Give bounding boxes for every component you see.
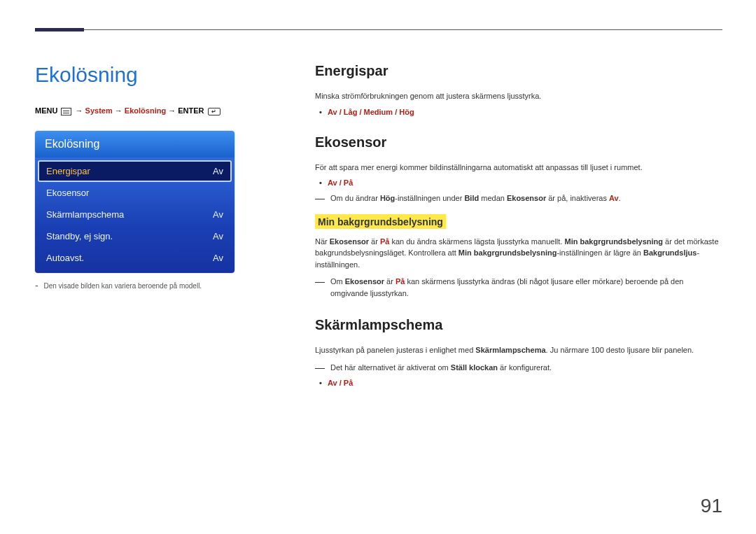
menu-item-value: Av	[213, 253, 223, 263]
breadcrumb: MENU → System → Ekolösning → ENTER	[35, 106, 287, 115]
t: På	[396, 277, 405, 286]
t: Skärmlampschema	[475, 346, 545, 354]
t: Ekosensor	[345, 277, 384, 286]
page-top-rule	[35, 29, 722, 30]
page-top-rule-accent	[35, 28, 84, 31]
note-min-bakgrundsbelysning: Om Ekosensor är På kan skärmens ljusstyr…	[315, 276, 722, 299]
menu-item-value: Av	[213, 231, 223, 241]
t: -inställningen är lägre än	[556, 248, 643, 257]
t: är	[369, 237, 380, 246]
t: Ställ klockan	[451, 363, 498, 372]
section-skarmlampschema: Skärmlampschema Ljusstyrkan på panelen j…	[315, 317, 722, 387]
menu-item-label: Autoavst.	[46, 253, 84, 263]
body-min-bakgrundsbelysning: När Ekosensor är På kan du ändra skärmen…	[315, 236, 722, 271]
right-column: Energispar Minska strömförbrukningen gen…	[287, 63, 722, 405]
menu-item-ekosensor[interactable]: Ekosensor	[38, 182, 232, 204]
main-content: Ekolösning MENU → System → Ekolösning → …	[35, 63, 722, 405]
menu-item-skarmlampschema[interactable]: Skärmlampschema Av	[38, 204, 232, 225]
menu-panel-body: Energispar Av Ekosensor Skärmlampschema …	[35, 157, 234, 273]
note-ekosensor-1: Om du ändrar Hög-inställningen under Bil…	[315, 192, 722, 204]
menu-item-value: Av	[213, 209, 223, 220]
t: Om du ändrar	[330, 194, 380, 202]
options-skarmlampschema: Av / På	[328, 379, 722, 387]
dash-bullet: -	[35, 280, 38, 291]
body-ekosensor: För att spara mer energi kommer bildinst…	[315, 162, 722, 174]
breadcrumb-menu-label: MENU	[35, 106, 57, 115]
t: Ekosensor	[507, 194, 546, 202]
note-skarmlampschema: Det här alternativet är aktiverat om Stä…	[315, 362, 722, 374]
breadcrumb-ekolosning: Ekolösning	[125, 106, 166, 115]
breadcrumb-arrow: →	[76, 106, 85, 115]
t: Det här alternativet är aktiverat om	[330, 363, 451, 372]
menu-item-label: Skärmlampschema	[46, 209, 124, 220]
menu-item-value: Av	[213, 166, 223, 176]
menu-item-label: Energispar	[46, 166, 90, 176]
section-energispar: Energispar Minska strömförbrukningen gen…	[315, 63, 722, 116]
section-ekosensor: Ekosensor För att spara mer energi komme…	[315, 134, 722, 300]
subheading-min-bakgrundsbelysning: Min bakgrgrundsbelysning	[315, 214, 446, 229]
t: är på, inaktiveras	[546, 194, 609, 202]
t: Hög	[380, 194, 395, 202]
t: Ljusstyrkan på panelen justeras i enligh…	[315, 346, 475, 354]
t: medan	[479, 194, 507, 202]
page-title: Ekolösning	[35, 63, 287, 87]
heading-energispar: Energispar	[315, 63, 722, 79]
t: På	[380, 237, 389, 246]
menu-item-autoavst[interactable]: Autoavst. Av	[38, 247, 232, 269]
left-column: Ekolösning MENU → System → Ekolösning → …	[35, 63, 287, 405]
page-number: 91	[701, 495, 722, 517]
menu-panel: Ekolösning Energispar Av Ekosensor Skärm…	[35, 131, 234, 273]
menu-item-label: Standby, ej sign.	[46, 231, 113, 241]
breadcrumb-arrow: →	[115, 106, 125, 115]
menu-item-label: Ekosensor	[46, 188, 89, 198]
t: Min bakgrgrundsbelysning	[458, 248, 557, 257]
menu-item-energispar[interactable]: Energispar Av	[38, 160, 232, 182]
t: .	[619, 194, 621, 202]
t: -inställningen under	[395, 194, 464, 202]
menu-item-standby[interactable]: Standby, ej sign. Av	[38, 225, 232, 247]
t: Bakgrundsljus	[643, 248, 696, 257]
t: Bild	[464, 194, 479, 202]
t: Min bakgrgrundsbelysning	[564, 237, 663, 246]
body-skarmlampschema: Ljusstyrkan på panelen justeras i enligh…	[315, 344, 722, 356]
heading-ekosensor: Ekosensor	[315, 134, 722, 150]
breadcrumb-enter-label: ENTER	[178, 106, 204, 115]
body-energispar: Minska strömförbrukningen genom att just…	[315, 90, 722, 102]
t: är	[384, 277, 396, 286]
t: Ekosensor	[330, 237, 369, 246]
t: När	[315, 237, 330, 246]
heading-skarmlampschema: Skärmlampschema	[315, 317, 722, 333]
breadcrumb-system: System	[85, 106, 113, 115]
left-footnote: - Den visade bilden kan variera beroende…	[35, 280, 287, 291]
t: Av	[609, 194, 619, 202]
options-energispar: Av / Låg / Medium / Hög	[328, 108, 722, 116]
t: . Ju närmare 100 desto ljusare blir pane…	[546, 346, 694, 354]
menu-panel-header: Ekolösning	[35, 131, 234, 157]
options-ekosensor: Av / På	[328, 178, 722, 187]
menu-icon	[61, 108, 71, 115]
t: är konfigurerat.	[498, 363, 552, 372]
breadcrumb-arrow: →	[168, 106, 178, 115]
enter-icon	[208, 108, 220, 115]
t: Om	[330, 277, 345, 286]
t: kan du ändra skärmens lägsta ljusstyrka …	[389, 237, 564, 246]
left-footnote-text: Den visade bilden kan variera beroende p…	[43, 282, 202, 290]
